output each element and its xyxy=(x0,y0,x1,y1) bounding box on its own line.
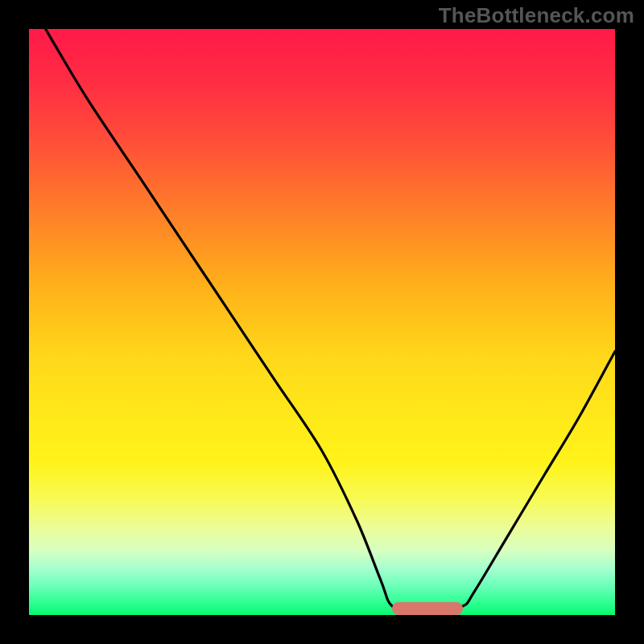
site-watermark: TheBottleneck.com xyxy=(439,3,634,28)
optimum-band xyxy=(392,602,462,615)
curve-path xyxy=(29,29,615,609)
bottleneck-curve xyxy=(29,29,615,615)
plot-area xyxy=(29,29,615,615)
chart-frame: TheBottleneck.com xyxy=(0,0,644,644)
